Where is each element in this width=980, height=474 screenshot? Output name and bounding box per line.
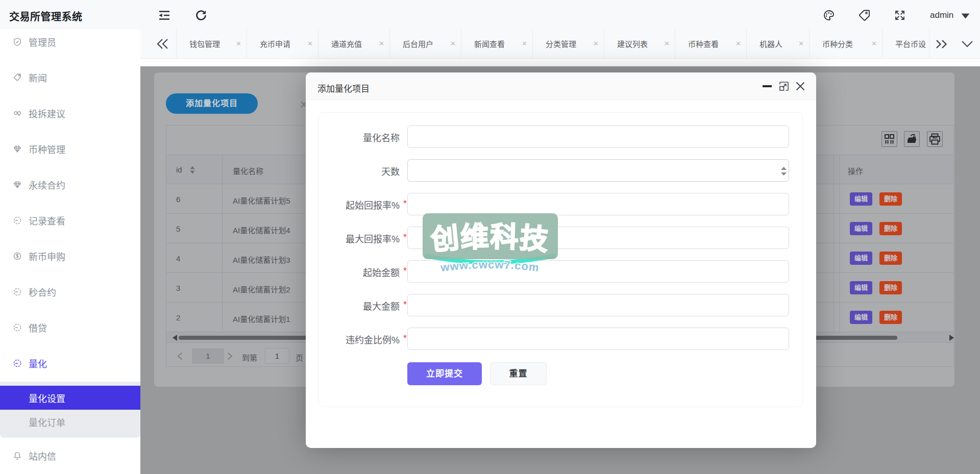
- svg-text:www.cwcw7.com: www.cwcw7.com: [439, 258, 540, 274]
